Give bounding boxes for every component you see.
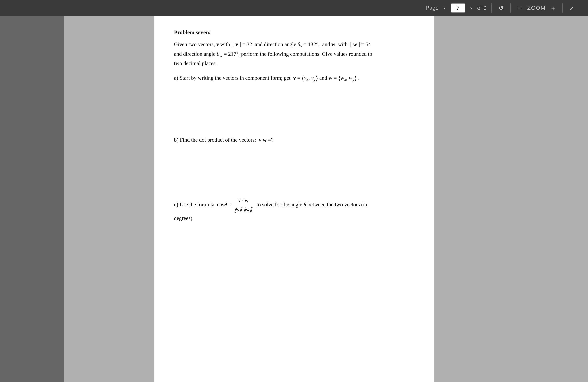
part-c: c) Use the formula cosθ = v · w ‖v‖ ‖w‖ … [174,196,414,223]
right-panel [524,16,588,382]
page-number-input[interactable] [451,3,465,13]
wx: wx, wy [341,75,355,81]
w-dot: w [263,137,267,143]
vector-w-label: w [331,41,336,47]
divider3 [562,3,563,13]
document-page: Problem seven: Given two vectors, v with… [154,16,434,382]
vector-v-label: v [216,41,219,47]
v-label2: v [235,41,238,47]
center-panel: Problem seven: Given two vectors, v with… [64,16,524,382]
theta-c: θ [224,202,227,208]
left-panel [0,16,64,382]
open-angle-w: ⟨ [338,75,341,82]
fraction-denominator: ‖v‖ ‖w‖ [233,205,253,214]
zoom-in-button[interactable]: + [549,4,557,13]
divider2 [510,3,511,13]
page-label: Page [426,5,439,11]
divider [491,3,492,13]
close-angle-v: ⟩ [315,75,318,82]
part-a: a) Start by writing the vectors in compo… [174,73,414,83]
theta-label: θ [304,202,306,208]
toolbar: Page ‹ › of 9 ↺ − ZOOM + ⤢ [0,0,588,16]
close-angle-w: ⟩ [354,75,357,82]
fraction-numerator: v · w [237,196,249,205]
next-page-button[interactable]: › [468,4,474,12]
zoom-out-button[interactable]: − [516,4,524,13]
open-angle-v: ⟨ [302,75,304,82]
expand-button[interactable]: ⤢ [567,4,576,12]
part-b: b) Find the dot product of the vectors: … [174,136,414,144]
problem-title: Problem seven: [174,28,414,37]
refresh-button[interactable]: ↺ [497,4,505,12]
theta-w: θw [217,51,222,57]
v-vec: v [293,75,296,81]
formula-fraction: v · w ‖v‖ ‖w‖ [233,196,253,214]
w-label2: w [353,41,357,47]
prev-page-button[interactable]: ‹ [442,4,448,12]
w-vec: w [328,75,332,81]
total-pages-label: of 9 [477,5,487,11]
v-dot-w: v [259,137,262,143]
theta-v: θv [298,41,302,47]
main-layout: Problem seven: Given two vectors, v with… [0,16,588,382]
problem-intro: Given two vectors, v with ‖ v ‖= 32 and … [174,40,414,68]
zoom-label: ZOOM [527,5,546,11]
vx: vx, vy [304,75,315,81]
